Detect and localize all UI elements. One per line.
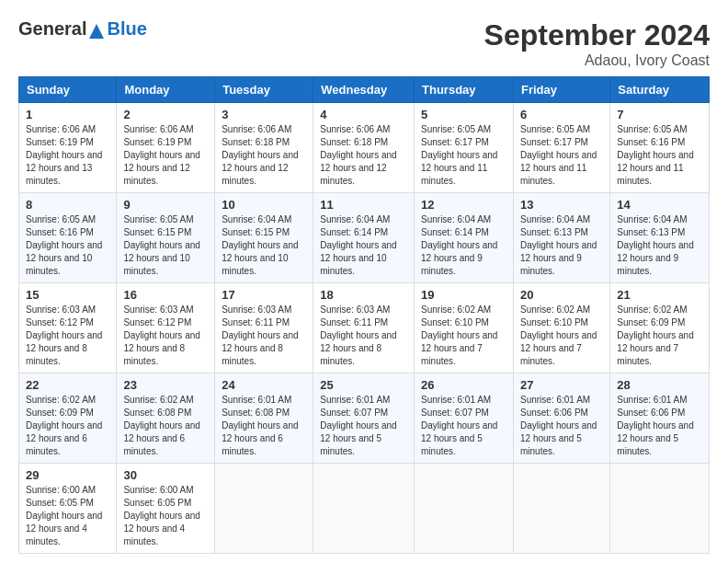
day-number: 2 bbox=[123, 108, 208, 121]
day-info: Sunrise: 6:01 AM Sunset: 6:06 PM Dayligh… bbox=[617, 394, 702, 458]
table-row: 30 Sunrise: 6:00 AM Sunset: 6:05 PM Dayl… bbox=[117, 464, 215, 554]
svg-marker-0 bbox=[89, 24, 104, 39]
day-info: Sunrise: 6:02 AM Sunset: 6:10 PM Dayligh… bbox=[421, 304, 506, 368]
day-number: 25 bbox=[320, 378, 407, 392]
col-tuesday: Tuesday bbox=[215, 77, 313, 103]
table-row bbox=[610, 464, 710, 554]
table-row bbox=[513, 464, 609, 554]
day-info: Sunrise: 6:02 AM Sunset: 6:09 PM Dayligh… bbox=[26, 394, 109, 458]
day-number: 26 bbox=[421, 378, 506, 392]
table-row: 2 Sunrise: 6:06 AM Sunset: 6:19 PM Dayli… bbox=[117, 103, 215, 193]
logo-icon bbox=[87, 22, 106, 40]
day-number: 22 bbox=[26, 378, 109, 392]
day-info: Sunrise: 6:06 AM Sunset: 6:18 PM Dayligh… bbox=[320, 123, 407, 188]
day-number: 20 bbox=[520, 288, 603, 302]
table-row: 5 Sunrise: 6:05 AM Sunset: 6:17 PM Dayli… bbox=[415, 103, 514, 193]
table-row: 12 Sunrise: 6:04 AM Sunset: 6:14 PM Dayl… bbox=[415, 193, 514, 283]
day-number: 7 bbox=[617, 108, 702, 121]
table-row: 14 Sunrise: 6:04 AM Sunset: 6:13 PM Dayl… bbox=[610, 193, 710, 283]
day-info: Sunrise: 6:04 AM Sunset: 6:14 PM Dayligh… bbox=[320, 213, 407, 278]
day-number: 29 bbox=[26, 468, 109, 482]
table-row bbox=[313, 464, 415, 554]
table-row: 19 Sunrise: 6:02 AM Sunset: 6:10 PM Dayl… bbox=[415, 283, 514, 373]
day-number: 27 bbox=[520, 378, 603, 392]
day-number: 17 bbox=[222, 288, 306, 302]
col-monday: Monday bbox=[117, 77, 215, 103]
day-number: 5 bbox=[421, 108, 506, 121]
table-row: 22 Sunrise: 6:02 AM Sunset: 6:09 PM Dayl… bbox=[19, 373, 117, 464]
table-row: 4 Sunrise: 6:06 AM Sunset: 6:18 PM Dayli… bbox=[313, 103, 415, 193]
day-info: Sunrise: 6:03 AM Sunset: 6:12 PM Dayligh… bbox=[123, 304, 208, 368]
table-row: 26 Sunrise: 6:01 AM Sunset: 6:07 PM Dayl… bbox=[415, 373, 514, 464]
calendar-week-row: 29 Sunrise: 6:00 AM Sunset: 6:05 PM Dayl… bbox=[19, 464, 710, 554]
title-section: September 2024 Adaou, Ivory Coast bbox=[484, 18, 710, 69]
table-row: 25 Sunrise: 6:01 AM Sunset: 6:07 PM Dayl… bbox=[313, 373, 415, 464]
table-row: 15 Sunrise: 6:03 AM Sunset: 6:12 PM Dayl… bbox=[19, 283, 117, 373]
day-info: Sunrise: 6:06 AM Sunset: 6:19 PM Dayligh… bbox=[26, 123, 109, 188]
day-info: Sunrise: 6:02 AM Sunset: 6:10 PM Dayligh… bbox=[520, 304, 603, 368]
day-info: Sunrise: 6:04 AM Sunset: 6:14 PM Dayligh… bbox=[421, 213, 506, 278]
day-info: Sunrise: 6:05 AM Sunset: 6:16 PM Dayligh… bbox=[26, 213, 109, 278]
day-number: 18 bbox=[320, 288, 407, 302]
day-number: 13 bbox=[520, 198, 603, 212]
day-number: 12 bbox=[421, 198, 506, 212]
table-row: 7 Sunrise: 6:05 AM Sunset: 6:16 PM Dayli… bbox=[610, 103, 710, 193]
col-sunday: Sunday bbox=[19, 77, 117, 103]
logo-blue: Blue bbox=[107, 18, 146, 39]
table-row: 3 Sunrise: 6:06 AM Sunset: 6:18 PM Dayli… bbox=[215, 103, 313, 193]
table-row: 29 Sunrise: 6:00 AM Sunset: 6:05 PM Dayl… bbox=[19, 464, 117, 554]
day-number: 1 bbox=[26, 108, 109, 121]
day-info: Sunrise: 6:05 AM Sunset: 6:17 PM Dayligh… bbox=[520, 123, 603, 188]
day-number: 28 bbox=[617, 378, 702, 392]
day-info: Sunrise: 6:01 AM Sunset: 6:07 PM Dayligh… bbox=[320, 394, 407, 458]
day-info: Sunrise: 6:03 AM Sunset: 6:11 PM Dayligh… bbox=[222, 304, 306, 368]
table-row: 11 Sunrise: 6:04 AM Sunset: 6:14 PM Dayl… bbox=[313, 193, 415, 283]
table-row: 18 Sunrise: 6:03 AM Sunset: 6:11 PM Dayl… bbox=[313, 283, 415, 373]
col-thursday: Thursday bbox=[415, 77, 514, 103]
day-info: Sunrise: 6:00 AM Sunset: 6:05 PM Dayligh… bbox=[123, 484, 208, 548]
day-info: Sunrise: 6:06 AM Sunset: 6:19 PM Dayligh… bbox=[123, 123, 208, 188]
day-number: 14 bbox=[617, 198, 702, 212]
col-friday: Friday bbox=[513, 77, 609, 103]
table-row: 21 Sunrise: 6:02 AM Sunset: 6:09 PM Dayl… bbox=[610, 283, 710, 373]
day-info: Sunrise: 6:02 AM Sunset: 6:09 PM Dayligh… bbox=[617, 304, 702, 368]
day-info: Sunrise: 6:04 AM Sunset: 6:13 PM Dayligh… bbox=[617, 213, 702, 278]
day-number: 4 bbox=[320, 108, 407, 121]
table-row: 10 Sunrise: 6:04 AM Sunset: 6:15 PM Dayl… bbox=[215, 193, 313, 283]
page-header: GeneralBlue September 2024 Adaou, Ivory … bbox=[18, 18, 710, 69]
day-info: Sunrise: 6:04 AM Sunset: 6:15 PM Dayligh… bbox=[222, 213, 306, 278]
day-number: 9 bbox=[123, 198, 208, 212]
day-number: 10 bbox=[222, 198, 306, 212]
day-info: Sunrise: 6:01 AM Sunset: 6:08 PM Dayligh… bbox=[222, 394, 306, 458]
day-number: 6 bbox=[520, 108, 603, 121]
table-row: 16 Sunrise: 6:03 AM Sunset: 6:12 PM Dayl… bbox=[117, 283, 215, 373]
logo: GeneralBlue bbox=[18, 18, 147, 40]
day-number: 16 bbox=[123, 288, 208, 302]
day-number: 8 bbox=[26, 198, 109, 212]
day-number: 11 bbox=[320, 198, 407, 212]
calendar-week-row: 8 Sunrise: 6:05 AM Sunset: 6:16 PM Dayli… bbox=[19, 193, 710, 283]
day-number: 15 bbox=[26, 288, 109, 302]
day-info: Sunrise: 6:03 AM Sunset: 6:11 PM Dayligh… bbox=[320, 304, 407, 368]
table-row: 27 Sunrise: 6:01 AM Sunset: 6:06 PM Dayl… bbox=[513, 373, 609, 464]
day-info: Sunrise: 6:06 AM Sunset: 6:18 PM Dayligh… bbox=[222, 123, 306, 188]
table-row: 13 Sunrise: 6:04 AM Sunset: 6:13 PM Dayl… bbox=[513, 193, 609, 283]
table-row: 28 Sunrise: 6:01 AM Sunset: 6:06 PM Dayl… bbox=[610, 373, 710, 464]
calendar-week-row: 15 Sunrise: 6:03 AM Sunset: 6:12 PM Dayl… bbox=[19, 283, 710, 373]
table-row: 9 Sunrise: 6:05 AM Sunset: 6:15 PM Dayli… bbox=[117, 193, 215, 283]
table-row: 8 Sunrise: 6:05 AM Sunset: 6:16 PM Dayli… bbox=[19, 193, 117, 283]
calendar-week-row: 1 Sunrise: 6:06 AM Sunset: 6:19 PM Dayli… bbox=[19, 103, 710, 193]
day-number: 21 bbox=[617, 288, 702, 302]
day-info: Sunrise: 6:05 AM Sunset: 6:15 PM Dayligh… bbox=[123, 213, 208, 278]
day-number: 30 bbox=[123, 468, 208, 482]
table-row: 1 Sunrise: 6:06 AM Sunset: 6:19 PM Dayli… bbox=[19, 103, 117, 193]
day-number: 23 bbox=[123, 378, 208, 392]
col-saturday: Saturday bbox=[610, 77, 710, 103]
logo-general: General bbox=[18, 18, 86, 39]
table-row: 17 Sunrise: 6:03 AM Sunset: 6:11 PM Dayl… bbox=[215, 283, 313, 373]
day-info: Sunrise: 6:04 AM Sunset: 6:13 PM Dayligh… bbox=[520, 213, 603, 278]
day-number: 24 bbox=[222, 378, 306, 392]
logo-text: GeneralBlue bbox=[18, 18, 147, 40]
day-number: 19 bbox=[421, 288, 506, 302]
col-wednesday: Wednesday bbox=[313, 77, 415, 103]
